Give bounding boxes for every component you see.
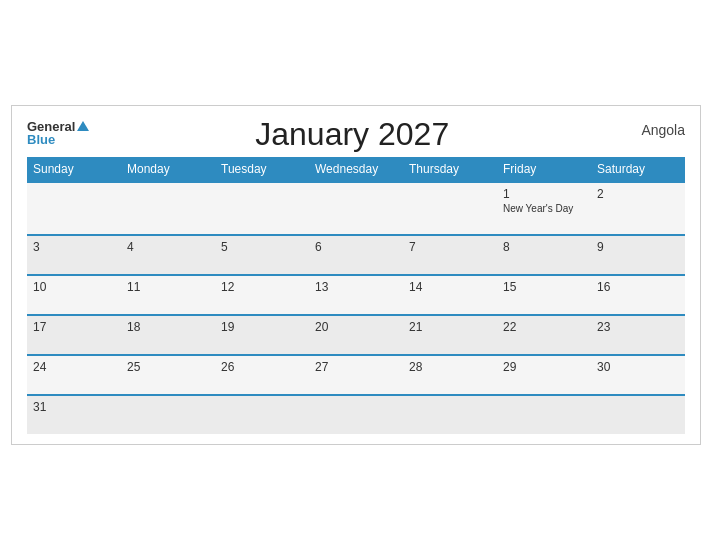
day-header-sunday: Sunday bbox=[27, 157, 121, 182]
day-cell bbox=[591, 395, 685, 434]
day-cell bbox=[215, 395, 309, 434]
day-number: 27 bbox=[315, 360, 397, 374]
day-number: 13 bbox=[315, 280, 397, 294]
day-number: 7 bbox=[409, 240, 491, 254]
day-cell bbox=[27, 182, 121, 235]
day-number: 4 bbox=[127, 240, 209, 254]
day-cell: 4 bbox=[121, 235, 215, 275]
week-row-5: 31 bbox=[27, 395, 685, 434]
day-cell: 17 bbox=[27, 315, 121, 355]
day-number: 15 bbox=[503, 280, 585, 294]
day-cell bbox=[121, 182, 215, 235]
day-cell: 24 bbox=[27, 355, 121, 395]
day-cell: 9 bbox=[591, 235, 685, 275]
day-cell bbox=[309, 395, 403, 434]
day-header-wednesday: Wednesday bbox=[309, 157, 403, 182]
day-number: 1 bbox=[503, 187, 585, 201]
logo-blue-text: Blue bbox=[27, 133, 55, 146]
day-cell: 5 bbox=[215, 235, 309, 275]
week-row-0: 1New Year's Day2 bbox=[27, 182, 685, 235]
day-number: 20 bbox=[315, 320, 397, 334]
day-number: 19 bbox=[221, 320, 303, 334]
country-label: Angola bbox=[615, 116, 685, 138]
day-cell: 20 bbox=[309, 315, 403, 355]
day-cell: 29 bbox=[497, 355, 591, 395]
calendar-title: January 2027 bbox=[89, 116, 615, 153]
day-cell bbox=[121, 395, 215, 434]
day-cell bbox=[403, 182, 497, 235]
day-cell: 16 bbox=[591, 275, 685, 315]
logo-area: General Blue bbox=[27, 116, 89, 146]
day-number: 25 bbox=[127, 360, 209, 374]
day-number: 18 bbox=[127, 320, 209, 334]
day-cell: 31 bbox=[27, 395, 121, 434]
day-header-friday: Friday bbox=[497, 157, 591, 182]
day-number: 2 bbox=[597, 187, 679, 201]
day-header-monday: Monday bbox=[121, 157, 215, 182]
day-cell: 21 bbox=[403, 315, 497, 355]
calendar-thead: SundayMondayTuesdayWednesdayThursdayFrid… bbox=[27, 157, 685, 182]
days-header-row: SundayMondayTuesdayWednesdayThursdayFrid… bbox=[27, 157, 685, 182]
day-cell: 25 bbox=[121, 355, 215, 395]
week-row-1: 3456789 bbox=[27, 235, 685, 275]
week-row-2: 10111213141516 bbox=[27, 275, 685, 315]
day-number: 30 bbox=[597, 360, 679, 374]
calendar-header: General Blue January 2027 Angola bbox=[27, 116, 685, 153]
day-cell: 11 bbox=[121, 275, 215, 315]
day-cell: 13 bbox=[309, 275, 403, 315]
logo-triangle-icon bbox=[77, 121, 89, 131]
day-cell: 15 bbox=[497, 275, 591, 315]
day-cell: 3 bbox=[27, 235, 121, 275]
week-row-4: 24252627282930 bbox=[27, 355, 685, 395]
day-number: 16 bbox=[597, 280, 679, 294]
day-header-tuesday: Tuesday bbox=[215, 157, 309, 182]
day-number: 10 bbox=[33, 280, 115, 294]
day-event: New Year's Day bbox=[503, 203, 585, 214]
day-cell: 27 bbox=[309, 355, 403, 395]
day-cell: 6 bbox=[309, 235, 403, 275]
day-number: 23 bbox=[597, 320, 679, 334]
day-number: 31 bbox=[33, 400, 115, 414]
day-cell: 2 bbox=[591, 182, 685, 235]
day-number: 14 bbox=[409, 280, 491, 294]
day-cell: 26 bbox=[215, 355, 309, 395]
day-cell: 7 bbox=[403, 235, 497, 275]
day-cell: 22 bbox=[497, 315, 591, 355]
day-number: 8 bbox=[503, 240, 585, 254]
day-cell: 18 bbox=[121, 315, 215, 355]
day-number: 3 bbox=[33, 240, 115, 254]
day-cell: 28 bbox=[403, 355, 497, 395]
day-number: 29 bbox=[503, 360, 585, 374]
day-header-thursday: Thursday bbox=[403, 157, 497, 182]
day-number: 12 bbox=[221, 280, 303, 294]
day-cell bbox=[497, 395, 591, 434]
day-number: 9 bbox=[597, 240, 679, 254]
day-cell bbox=[403, 395, 497, 434]
week-row-3: 17181920212223 bbox=[27, 315, 685, 355]
calendar-grid: SundayMondayTuesdayWednesdayThursdayFrid… bbox=[27, 157, 685, 434]
day-number: 24 bbox=[33, 360, 115, 374]
day-cell: 1New Year's Day bbox=[497, 182, 591, 235]
day-cell: 30 bbox=[591, 355, 685, 395]
day-cell bbox=[309, 182, 403, 235]
day-cell: 8 bbox=[497, 235, 591, 275]
day-number: 28 bbox=[409, 360, 491, 374]
day-cell bbox=[215, 182, 309, 235]
day-number: 6 bbox=[315, 240, 397, 254]
day-number: 26 bbox=[221, 360, 303, 374]
day-cell: 10 bbox=[27, 275, 121, 315]
day-number: 21 bbox=[409, 320, 491, 334]
day-cell: 12 bbox=[215, 275, 309, 315]
calendar-container: General Blue January 2027 Angola SundayM… bbox=[11, 105, 701, 445]
day-number: 22 bbox=[503, 320, 585, 334]
day-number: 11 bbox=[127, 280, 209, 294]
day-number: 17 bbox=[33, 320, 115, 334]
day-cell: 19 bbox=[215, 315, 309, 355]
day-cell: 23 bbox=[591, 315, 685, 355]
calendar-tbody: 1New Year's Day2345678910111213141516171… bbox=[27, 182, 685, 434]
day-cell: 14 bbox=[403, 275, 497, 315]
day-header-saturday: Saturday bbox=[591, 157, 685, 182]
day-number: 5 bbox=[221, 240, 303, 254]
